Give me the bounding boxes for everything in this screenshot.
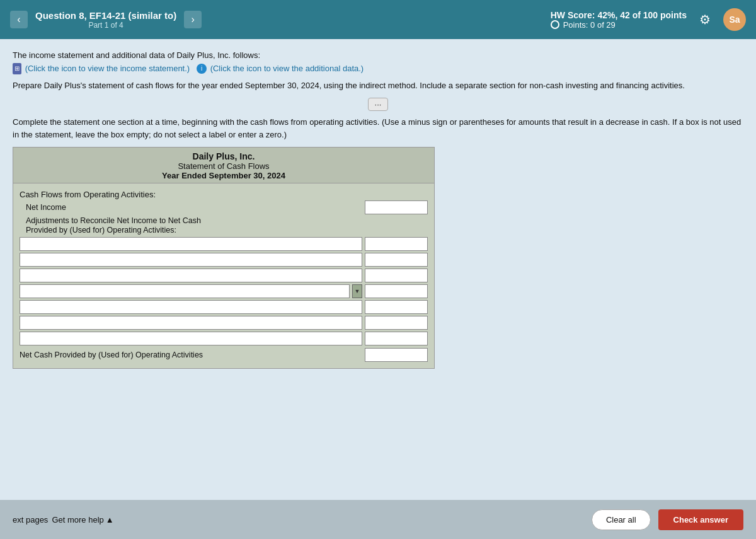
additional-data-link[interactable]: (Click the icon to view the additional d…	[210, 64, 364, 73]
net-cash-input[interactable]	[365, 348, 428, 362]
hw-score: HW Score: 42%, 42 of 100 points	[551, 10, 687, 20]
prev-button[interactable]: ‹	[10, 11, 28, 28]
get-more-help-label: Get more help	[52, 515, 103, 525]
footer-right: Clear all Check answer	[592, 509, 743, 530]
input-row-1	[20, 237, 428, 251]
footer-left: ext pages Get more help ▲	[13, 515, 114, 525]
ellipsis-button[interactable]: ···	[368, 98, 389, 111]
points-display: Points: 0 of 29	[551, 20, 687, 30]
amount-input-3[interactable]	[365, 269, 428, 282]
instructions-line1: The income statement and additional data…	[13, 50, 260, 60]
label-input-6[interactable]	[20, 316, 362, 330]
header-bar: ‹ Question 8, EF14-21 (similar to) Part …	[0, 0, 756, 39]
info-icon[interactable]: i	[197, 64, 207, 74]
get-more-help-button[interactable]: Get more help ▲	[52, 515, 113, 525]
adjustments-label: Adjustments to Reconcile Net Income to N…	[26, 216, 428, 225]
label-input-7[interactable]	[20, 332, 362, 345]
question-part: Part 1 of 4	[35, 21, 176, 30]
year-line: Year Ended September 30, 2024	[16, 171, 432, 180]
amount-input-6[interactable]	[365, 316, 428, 330]
clear-all-button[interactable]: Clear all	[592, 509, 651, 530]
net-cash-label: Net Cash Provided by (Used for) Operatin…	[20, 351, 362, 359]
statement-header: Daily Plus, Inc. Statement of Cash Flows…	[13, 148, 434, 183]
score-block: HW Score: 42%, 42 of 100 points Points: …	[551, 10, 687, 30]
net-cash-row: Net Cash Provided by (Used for) Operatin…	[20, 348, 428, 362]
amount-input-2[interactable]	[365, 253, 428, 267]
ellipsis-row: ···	[13, 98, 743, 111]
label-input-5[interactable]	[20, 300, 362, 314]
prepare-line: Prepare Daily Plus's statement of cash f…	[13, 79, 743, 92]
net-income-label: Net Income	[26, 203, 365, 212]
amount-input-5[interactable]	[365, 300, 428, 314]
label-input-2[interactable]	[20, 253, 362, 267]
input-row-6	[20, 316, 428, 330]
check-answer-button[interactable]: Check answer	[658, 509, 743, 530]
score-section: HW Score: 42%, 42 of 100 points Points: …	[551, 8, 746, 31]
provided-label: Provided by (Used for) Operating Activit…	[26, 226, 428, 235]
statement-body: Cash Flows from Operating Activities: Ne…	[13, 183, 434, 368]
complete-line: Complete the statement one section at a …	[13, 116, 743, 141]
input-row-5	[20, 300, 428, 314]
settings-button[interactable]: ⚙	[699, 12, 711, 27]
company-name: Daily Plus, Inc.	[16, 151, 432, 161]
operating-activities-label: Cash Flows from Operating Activities:	[20, 190, 428, 199]
amount-input-7[interactable]	[365, 332, 428, 345]
amount-input-4[interactable]	[365, 284, 428, 298]
statement-container: Daily Plus, Inc. Statement of Cash Flows…	[13, 147, 435, 369]
get-more-help-arrow: ▲	[106, 515, 114, 525]
table-icon[interactable]: ⊞	[13, 63, 21, 74]
income-statement-link[interactable]: (Click the icon to view the income state…	[25, 64, 190, 73]
points-circle-icon	[551, 20, 559, 29]
label-input-1[interactable]	[20, 237, 362, 251]
next-button[interactable]: ›	[184, 11, 202, 28]
header-nav: ‹ Question 8, EF14-21 (similar to) Part …	[10, 10, 202, 30]
question-title: Question 8, EF14-21 (similar to)	[35, 10, 176, 21]
main-content: The income statement and additional data…	[0, 39, 756, 539]
avatar-button[interactable]: Sa	[723, 8, 746, 31]
label-input-3[interactable]	[20, 269, 362, 282]
instructions-block: The income statement and additional data…	[13, 49, 743, 76]
input-row-2	[20, 253, 428, 267]
ext-pages-label: ext pages	[13, 515, 48, 525]
statement-name: Statement of Cash Flows	[16, 161, 432, 171]
dropdown-indicator[interactable]: ▼	[352, 284, 362, 298]
input-row-3	[20, 269, 428, 282]
net-income-row: Net Income	[26, 200, 428, 214]
input-row-4: ▼	[20, 284, 428, 298]
question-title-block: Question 8, EF14-21 (similar to) Part 1 …	[35, 10, 176, 30]
footer-bar: ext pages Get more help ▲ Clear all Chec…	[0, 500, 756, 539]
amount-input-1[interactable]	[365, 237, 428, 251]
net-income-input[interactable]	[365, 200, 428, 214]
label-input-4[interactable]	[20, 284, 350, 298]
input-row-7	[20, 332, 428, 345]
